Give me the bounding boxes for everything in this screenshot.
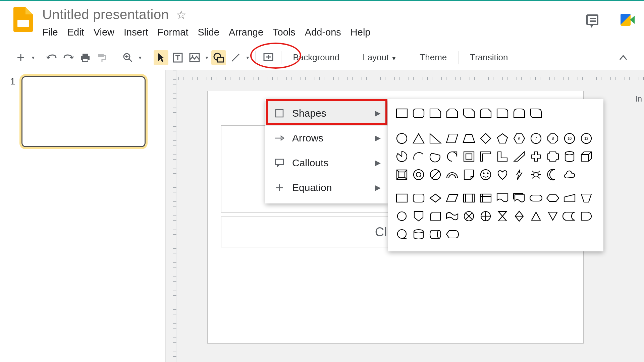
shape-decagon[interactable]: 10 [562, 131, 577, 146]
menu-item-callouts[interactable]: Callouts ▶ [265, 150, 388, 175]
shape-ellipse[interactable] [394, 131, 410, 146]
shape-flow-extract[interactable] [528, 208, 544, 224]
shape-lightning[interactable] [512, 167, 527, 182]
shape-flow-card[interactable] [428, 208, 443, 224]
shape-round-single[interactable] [495, 106, 510, 121]
textbox-button[interactable] [170, 50, 185, 65]
shape-frame[interactable] [461, 149, 477, 164]
background-button[interactable]: Background [287, 52, 345, 63]
shape-flow-tape[interactable] [444, 208, 460, 224]
new-slide-dropdown-icon[interactable]: ▼ [31, 55, 36, 60]
shape-plaque[interactable] [545, 149, 560, 164]
new-slide-button[interactable] [13, 50, 28, 65]
menu-slide[interactable]: Slide [198, 27, 219, 38]
shape-half-frame[interactable] [478, 149, 493, 164]
shape-octagon[interactable]: 8 [545, 131, 560, 146]
shape-flow-alt-process[interactable] [411, 190, 426, 206]
shape-donut[interactable] [411, 167, 426, 182]
shape-flow-manual-op[interactable] [579, 190, 594, 206]
zoom-dropdown-icon[interactable]: ▼ [138, 55, 143, 60]
comments-icon[interactable] [586, 14, 598, 25]
shape-moon[interactable] [545, 167, 560, 182]
shape-diag-stripe[interactable] [512, 149, 527, 164]
menu-item-shapes[interactable]: Shapes ▶ [265, 101, 388, 126]
shape-flow-sort[interactable] [512, 208, 527, 224]
menu-help[interactable]: Help [351, 27, 371, 38]
menu-addons[interactable]: Add-ons [305, 27, 341, 38]
shape-flow-stored-data[interactable] [562, 208, 577, 224]
shape-snip-top[interactable] [444, 106, 460, 121]
layout-button[interactable]: Layout ▼ [357, 52, 402, 63]
shape-dodecagon[interactable]: 12 [579, 131, 594, 146]
menu-item-arrows[interactable]: Arrows ▶ [265, 126, 388, 150]
shape-teardrop[interactable] [444, 149, 460, 164]
shape-tool-button[interactable] [211, 50, 226, 65]
menu-tools[interactable]: Tools [273, 27, 296, 38]
menu-file[interactable]: File [42, 27, 58, 38]
shape-bevel[interactable] [394, 167, 410, 182]
comment-button[interactable] [261, 50, 276, 65]
shape-flow-connector[interactable] [394, 208, 410, 224]
shape-flow-magnetic-disk[interactable] [411, 227, 426, 242]
zoom-button[interactable] [120, 50, 135, 65]
shape-round-diag[interactable] [528, 106, 544, 121]
shape-arc[interactable] [411, 149, 426, 164]
shape-trapezoid[interactable] [461, 131, 477, 146]
shape-parallelogram[interactable] [444, 131, 460, 146]
shape-triangle[interactable] [411, 131, 426, 146]
shape-cube[interactable] [579, 149, 594, 164]
shape-cross[interactable] [528, 149, 544, 164]
menu-view[interactable]: View [94, 27, 114, 38]
shape-hexagon[interactable]: 6 [512, 131, 527, 146]
shape-flow-process[interactable] [394, 190, 410, 206]
shape-flow-offpage[interactable] [411, 208, 426, 224]
shape-flow-terminator[interactable] [528, 190, 544, 206]
print-button[interactable] [78, 50, 93, 65]
shape-flow-delay[interactable] [579, 208, 594, 224]
menu-edit[interactable]: Edit [67, 27, 84, 38]
shape-no-symbol[interactable] [428, 167, 443, 182]
shape-heptagon[interactable]: 7 [528, 131, 544, 146]
star-icon[interactable]: ☆ [176, 8, 186, 21]
shape-cloud[interactable] [562, 167, 577, 182]
theme-button[interactable]: Theme [414, 52, 453, 63]
menu-arrange[interactable]: Arrange [229, 27, 263, 38]
line-dropdown-icon[interactable]: ▼ [246, 55, 250, 60]
line-tool-button[interactable] [228, 50, 243, 65]
document-title[interactable]: Untitled presentation [42, 7, 169, 22]
shape-flow-predefined[interactable] [461, 190, 477, 206]
shape-flow-preparation[interactable] [545, 190, 560, 206]
shape-snip-diag[interactable] [461, 106, 477, 121]
shape-flow-direct-access[interactable] [428, 227, 443, 242]
shape-diamond[interactable] [478, 131, 493, 146]
collapse-toolbar-button[interactable] [616, 50, 631, 65]
meet-icon[interactable] [621, 14, 635, 26]
menu-insert[interactable]: Insert [124, 27, 148, 38]
menu-format[interactable]: Format [158, 27, 189, 38]
paint-format-button[interactable] [95, 50, 109, 65]
shape-block-arc[interactable] [444, 167, 460, 182]
shape-chord[interactable] [428, 149, 443, 164]
shape-right-triangle[interactable] [428, 131, 443, 146]
undo-button[interactable] [44, 50, 59, 65]
shape-l-shape[interactable] [495, 149, 510, 164]
transition-button[interactable]: Transition [464, 52, 514, 63]
redo-button[interactable] [61, 50, 76, 65]
shape-smiley[interactable] [478, 167, 493, 182]
shape-can[interactable] [562, 149, 577, 164]
image-button[interactable] [187, 50, 202, 65]
shape-pentagon[interactable] [495, 131, 510, 146]
shape-flow-collate[interactable] [495, 208, 510, 224]
shape-flow-multidoc[interactable] [512, 190, 527, 206]
slide-thumbnail[interactable] [21, 76, 146, 147]
shape-flow-merge[interactable] [545, 208, 560, 224]
shape-pie[interactable] [394, 149, 410, 164]
shape-sun[interactable] [528, 167, 544, 182]
image-dropdown-icon[interactable]: ▼ [205, 55, 209, 60]
shape-rounded-rect[interactable] [411, 106, 426, 121]
shape-folded-corner[interactable] [461, 167, 477, 182]
shape-flow-display[interactable] [444, 227, 460, 242]
shape-flow-internal-storage[interactable] [478, 190, 493, 206]
shape-flow-document[interactable] [495, 190, 510, 206]
shape-snip-single[interactable] [428, 106, 443, 121]
